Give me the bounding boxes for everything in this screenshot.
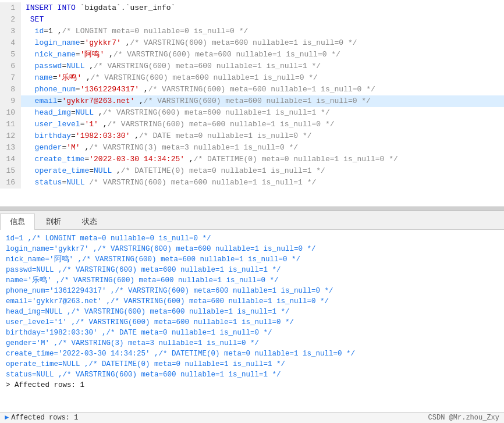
- line-number: 2: [0, 14, 21, 26]
- affected-line: > Affected rows: 1: [6, 380, 498, 390]
- line-number: 5: [0, 49, 21, 61]
- line-number: 7: [0, 72, 21, 84]
- line-number: 10: [0, 107, 21, 119]
- code-line: 4 login_name='gykkr7' ,/* VARSTRING(600)…: [0, 37, 504, 49]
- affected-rows: Affected rows: 1: [11, 414, 78, 422]
- code-lines: 1INSERT INTO `bigdata`.`user_info`2 SET3…: [0, 0, 504, 191]
- line-number: 15: [0, 165, 21, 177]
- line-content: birthday='1982:03:30' ,/* DATE meta=0 nu…: [21, 130, 312, 142]
- code-line: 16 status=NULL /* VARSTRING(600) meta=60…: [0, 177, 504, 189]
- line-content: head_img=NULL ,/* VARSTRING(600) meta=60…: [21, 107, 330, 119]
- status-bar: ► Affected rows: 1 CSDN @Mr.zhou_Zxy: [0, 412, 504, 423]
- tab-剖析[interactable]: 剖析: [36, 214, 71, 229]
- output-line: id=1 ,/* LONGINT meta=0 nullable=0 is_nu…: [6, 233, 498, 244]
- line-content: login_name='gykkr7' ,/* VARSTRING(600) m…: [21, 37, 357, 49]
- line-content: operate_time=NULL ,/* DATETIME(0) meta=0…: [21, 165, 325, 177]
- code-line: 3 id=1 ,/* LONGINT meta=0 nullable=0 is_…: [0, 26, 504, 37]
- tab-bar: 信息剖析状态: [0, 211, 504, 230]
- code-line: 9 email='gykkr7@263.net' ,/* VARSTRING(6…: [0, 95, 504, 107]
- line-content: nick_name='阿鸣' ,/* VARSTRING(600) meta=6…: [21, 49, 340, 61]
- code-line: 5 nick_name='阿鸣' ,/* VARSTRING(600) meta…: [0, 49, 504, 61]
- tab-信息[interactable]: 信息: [0, 214, 35, 230]
- panel-divider[interactable]: [0, 207, 504, 211]
- line-content: id=1 ,/* LONGINT meta=0 nullable=0 is_nu…: [21, 26, 248, 37]
- code-line: 7 name='乐鸣' ,/* VARSTRING(600) meta=600 …: [0, 72, 504, 84]
- line-content: INSERT INTO `bigdata`.`user_info`: [21, 2, 175, 14]
- output-line: head_img=NULL ,/* VARSTRING(600) meta=60…: [6, 307, 498, 317]
- code-line: 10 head_img=NULL ,/* VARSTRING(600) meta…: [0, 107, 504, 119]
- output-area: id=1 ,/* LONGINT meta=0 nullable=0 is_nu…: [0, 230, 504, 412]
- code-line: 12 birthday='1982:03:30' ,/* DATE meta=0…: [0, 130, 504, 142]
- output-line: login_name='gykkr7' ,/* VARSTRING(600) m…: [6, 244, 498, 254]
- watermark: CSDN @Mr.zhou_Zxy: [428, 414, 499, 422]
- code-line: 2 SET: [0, 14, 504, 26]
- line-content: SET: [21, 14, 44, 26]
- output-line: birthday='1982:03:30' ,/* DATE meta=0 nu…: [6, 328, 498, 338]
- line-content: name='乐鸣' ,/* VARSTRING(600) meta=600 nu…: [21, 72, 318, 84]
- output-line: status=NULL ,/* VARSTRING(600) meta=600 …: [6, 369, 498, 380]
- line-content: create_time='2022-03-30 14:34:25' ,/* DA…: [21, 154, 398, 165]
- output-line: operate_time=NULL ,/* DATETIME(0) meta=0…: [6, 359, 498, 369]
- output-line: name='乐鸣' ,/* VARSTRING(600) meta=600 nu…: [6, 275, 498, 286]
- line-number: 13: [0, 142, 21, 154]
- line-number: 4: [0, 37, 21, 49]
- output-line: gender='M' ,/* VARSTRING(3) meta=3 nulla…: [6, 338, 498, 349]
- output-line: passwd=NULL ,/* VARSTRING(600) meta=600 …: [6, 265, 498, 275]
- line-content: passwd=NULL ,/* VARSTRING(600) meta=600 …: [21, 61, 321, 72]
- tab-状态[interactable]: 状态: [72, 214, 107, 229]
- line-content: gender='M' ,/* VARSTRING(3) meta=3 nulla…: [21, 142, 298, 154]
- output-line: nick_name='阿鸣' ,/* VARSTRING(600) meta=6…: [6, 254, 498, 265]
- line-number: 9: [0, 95, 21, 107]
- line-content: status=NULL /* VARSTRING(600) meta=600 n…: [21, 177, 316, 189]
- line-number: 16: [0, 177, 21, 189]
- output-line: email='gykkr7@263.net' ,/* VARSTRING(600…: [6, 296, 498, 307]
- line-number: 6: [0, 61, 21, 72]
- code-line: 8 phone_num='13612294317' ,/* VARSTRING(…: [0, 84, 504, 95]
- code-line: 6 passwd=NULL ,/* VARSTRING(600) meta=60…: [0, 61, 504, 72]
- output-line: create_time='2022-03-30 14:34:25' ,/* DA…: [6, 349, 498, 359]
- output-line: phone_num='13612294317' ,/* VARSTRING(60…: [6, 286, 498, 296]
- code-line: 11 user_level='1' ,/* VARSTRING(600) met…: [0, 119, 504, 130]
- line-number: 12: [0, 130, 21, 142]
- code-editor: 1INSERT INTO `bigdata`.`user_info`2 SET3…: [0, 0, 504, 207]
- line-number: 1: [0, 2, 21, 14]
- status-left: ► Affected rows: 1: [5, 414, 78, 422]
- line-number: 8: [0, 84, 21, 95]
- code-line: 15 operate_time=NULL ,/* DATETIME(0) met…: [0, 165, 504, 177]
- line-number: 14: [0, 154, 21, 165]
- line-content: phone_num='13612294317' ,/* VARSTRING(60…: [21, 84, 375, 95]
- line-content: email='gykkr7@263.net' ,/* VARSTRING(600…: [21, 95, 371, 107]
- code-line: 14 create_time='2022-03-30 14:34:25' ,/*…: [0, 154, 504, 165]
- arrow-icon: ►: [5, 414, 9, 422]
- line-number: 3: [0, 26, 21, 37]
- line-content: user_level='1' ,/* VARSTRING(600) meta=6…: [21, 119, 335, 130]
- code-line: 1INSERT INTO `bigdata`.`user_info`: [0, 2, 504, 14]
- bottom-panel: 信息剖析状态 id=1 ,/* LONGINT meta=0 nullable=…: [0, 211, 504, 423]
- code-line: 13 gender='M' ,/* VARSTRING(3) meta=3 nu…: [0, 142, 504, 154]
- line-number: 11: [0, 119, 21, 130]
- output-line: user_level='1' ,/* VARSTRING(600) meta=6…: [6, 317, 498, 328]
